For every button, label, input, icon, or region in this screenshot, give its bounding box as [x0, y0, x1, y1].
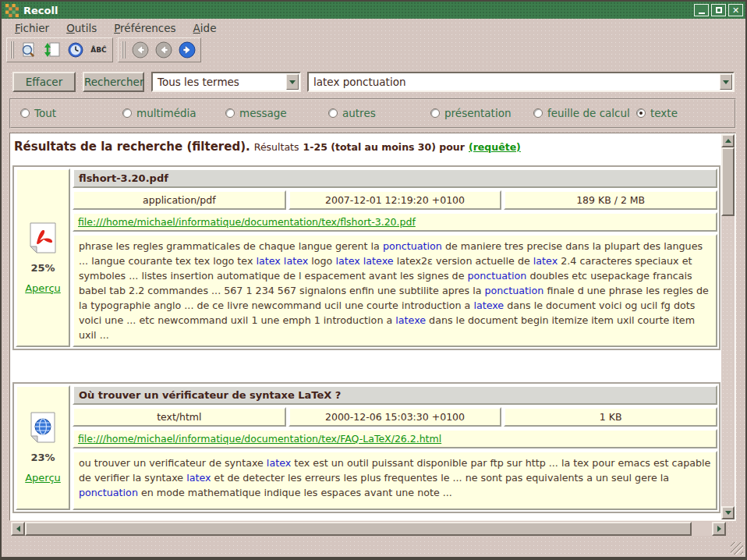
arrow-right-icon [717, 526, 721, 532]
scroll-left-button[interactable] [11, 522, 25, 536]
radio-presentation[interactable]: présentation [430, 107, 511, 119]
arrow-down-icon [725, 511, 731, 515]
arrow-left-circle-icon [154, 41, 173, 59]
window-resize-grip[interactable] [731, 542, 743, 555]
combobox-arrow-button[interactable] [720, 74, 732, 90]
toolbar-group-tools: ÂBĈ [6, 37, 113, 62]
result-item-1: 25% Aperçu flshort-3.20.pdf application/… [12, 165, 720, 350]
close-button[interactable]: ✕ [728, 4, 743, 16]
radio-multimedia[interactable]: multimédia [122, 107, 196, 119]
arrow-up-icon [725, 139, 731, 143]
result-2-main: Où trouver un vérificateur de syntaxe La… [73, 385, 717, 510]
results-count-range: 1-25 (total au moins 30) pour [303, 141, 465, 153]
menu-outils[interactable]: Outils [59, 20, 104, 36]
maximize-icon [716, 7, 722, 13]
menu-preferences[interactable]: Préférences [107, 20, 182, 36]
pdf-file-icon [29, 222, 57, 253]
radio-autres[interactable]: autres [328, 107, 376, 119]
scroll-right-button[interactable] [712, 522, 726, 536]
clear-button[interactable]: Effacer [12, 72, 76, 92]
result-mime-type: text/html [73, 407, 286, 427]
radio-icon [225, 108, 235, 118]
vertical-scrollbar[interactable] [721, 134, 735, 519]
window-title: Recoll [23, 5, 692, 16]
preview-link[interactable]: Aperçu [25, 282, 61, 294]
abc-spell-icon: ÂBĈ [90, 46, 106, 54]
vertical-scrollbar-thumb[interactable] [721, 147, 735, 216]
radio-icon [122, 108, 132, 118]
result-date: 2000-12-06 15:03:30 +0100 [289, 407, 502, 427]
recoll-app-icon [5, 4, 19, 17]
result-1-side-panel: 25% Aperçu [16, 168, 70, 347]
chevron-down-icon [289, 80, 296, 84]
minimize-icon [699, 12, 705, 14]
previous-page-button[interactable] [153, 40, 174, 60]
document-magnifier-icon [20, 41, 37, 58]
scroll-up-button[interactable] [721, 134, 735, 147]
result-snippet: phrase les regles grammaticales de chaqu… [73, 234, 717, 347]
result-size: 189 KB / 2 MB [504, 190, 717, 210]
result-url-link[interactable]: file:///home/michael/informatique/docume… [78, 216, 416, 228]
recoll-window: Recoll ✕ Fichier Outils Préférences Aide [0, 0, 747, 560]
horizontal-scrollbar[interactable] [11, 522, 726, 536]
results-title: Résultats de la recherche (filtered). [14, 140, 250, 154]
result-url-cell: file:///home/michael/informatique/docume… [73, 212, 717, 232]
term-explorer-button[interactable]: ÂBĈ [88, 40, 109, 60]
arrow-left-circle-icon [131, 41, 150, 59]
chevron-down-icon [723, 80, 729, 84]
combobox-arrow-button[interactable] [286, 74, 299, 90]
result-meta-row: application/pdf 2007-12-01 12:19:20 +010… [73, 190, 717, 210]
result-meta-row: text/html 2000-12-06 15:03:30 +0100 1 KB [73, 407, 717, 427]
sort-by-date-button[interactable] [65, 40, 86, 60]
document-sort-arrows-icon [44, 41, 61, 58]
html-file-icon [29, 412, 57, 443]
result-title[interactable]: flshort-3.20.pdf [73, 168, 717, 188]
result-date: 2007-12-01 12:19:20 +0100 [289, 190, 502, 210]
search-mode-value: Tous les termes [153, 76, 286, 88]
result-1-main: flshort-3.20.pdf application/pdf 2007-12… [73, 168, 717, 347]
radio-feuille-de-calcul[interactable]: feuille de calcul [533, 107, 630, 119]
toolbar-handle[interactable] [10, 41, 14, 58]
next-page-button[interactable] [176, 40, 197, 60]
radio-texte[interactable]: texte [636, 107, 678, 119]
menu-bar: Fichier Outils Préférences Aide [2, 19, 745, 37]
maximize-button[interactable] [711, 4, 726, 16]
search-mode-combobox[interactable]: Tous les termes [151, 72, 301, 92]
result-item-2: 23% Aperçu Où trouver un vérificateur de… [12, 382, 720, 513]
search-input[interactable] [309, 76, 720, 88]
minimize-button[interactable] [694, 4, 709, 16]
result-title[interactable]: Où trouver un vérificateur de syntaxe La… [73, 385, 717, 405]
results-panel: Résultats de la recherche (filtered). Ré… [9, 133, 736, 521]
horizontal-scrollbar-thumb[interactable] [25, 522, 692, 536]
toolbar-group-navigation [118, 37, 201, 62]
menu-fichier[interactable]: Fichier [8, 20, 56, 36]
first-page-button[interactable] [129, 40, 150, 60]
toolbar-handle[interactable] [122, 41, 126, 58]
menu-aide[interactable]: Aide [186, 20, 224, 36]
radio-icon [328, 108, 338, 118]
result-url-cell: file:///home/michael/informatique/docume… [73, 429, 717, 448]
category-filter-frame: Tout multimédia message autres présentat… [9, 98, 736, 129]
radio-icon [20, 108, 30, 118]
preview-document-button[interactable] [18, 40, 39, 60]
radio-icon [533, 108, 543, 118]
radio-tout[interactable]: Tout [20, 107, 56, 119]
toolbar: ÂBĈ [2, 37, 745, 63]
clock-icon [67, 41, 84, 58]
query-link[interactable]: (requête) [469, 141, 521, 153]
preview-link[interactable]: Aperçu [25, 472, 61, 484]
radio-icon [636, 108, 646, 118]
result-url-link[interactable]: file:///home/michael/informatique/docume… [78, 433, 441, 445]
radio-icon [430, 108, 440, 118]
scroll-down-button[interactable] [721, 506, 735, 519]
results-header: Résultats de la recherche (filtered). Ré… [14, 139, 521, 154]
sort-parameters-button[interactable] [41, 40, 62, 60]
result-2-side-panel: 23% Aperçu [16, 385, 70, 510]
result-mime-type: application/pdf [73, 190, 286, 210]
result-size: 1 KB [504, 407, 717, 427]
result-snippet: ou trouver un verificateur de syntaxe la… [73, 451, 717, 510]
relevance-percent: 23% [30, 452, 55, 463]
arrow-left-icon [16, 526, 20, 532]
radio-message[interactable]: message [225, 107, 287, 119]
search-button[interactable]: Rechercher [83, 72, 144, 92]
